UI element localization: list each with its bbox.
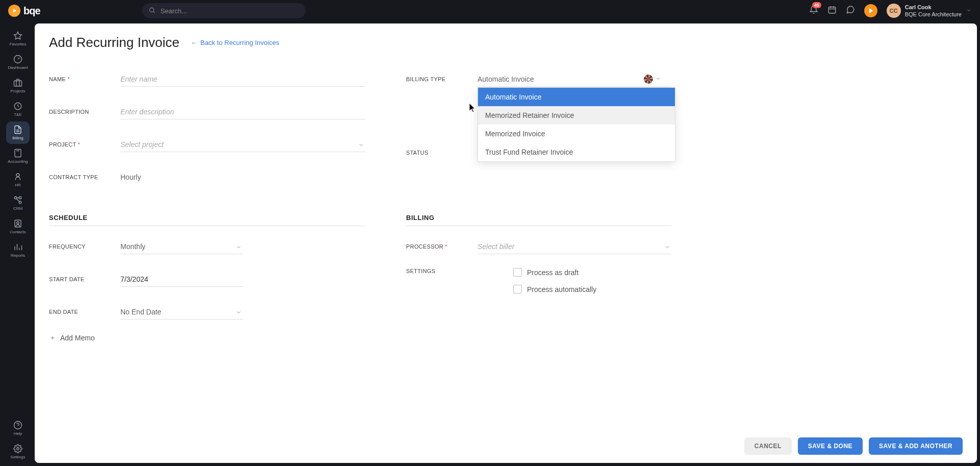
- save-add-another-button[interactable]: SAVE & ADD ANOTHER: [869, 437, 963, 455]
- network-icon: [13, 195, 22, 205]
- logo[interactable]: bqe: [8, 5, 40, 17]
- name-input[interactable]: [120, 72, 365, 87]
- search-wrap: [142, 3, 306, 18]
- start-date-input[interactable]: [120, 272, 243, 287]
- process-auto-label: Process automatically: [527, 285, 596, 293]
- clock-dollar-icon: [13, 102, 22, 111]
- main-panel: Add Recurring Invoice ← Back to Recurrin…: [35, 23, 977, 463]
- status-label: STATUS: [406, 150, 478, 156]
- billing-type-option-memorized-retainer[interactable]: Memorized Retainer Invoice: [478, 106, 675, 125]
- process-draft-checkbox[interactable]: [513, 268, 522, 277]
- gauge-icon: [13, 55, 22, 64]
- search-icon: [148, 7, 156, 16]
- sidebar-item-accounting[interactable]: Accounting: [6, 145, 30, 167]
- svg-line-19: [16, 199, 19, 202]
- avatar: CC: [887, 4, 901, 18]
- frequency-dropdown[interactable]: Monthly: [120, 239, 243, 254]
- chevron-down-icon: [236, 309, 242, 317]
- briefcase-icon: [13, 78, 22, 87]
- notification-badge: 45: [812, 2, 821, 8]
- play-button[interactable]: [864, 4, 877, 17]
- sidebar-item-projects[interactable]: Projects: [6, 75, 30, 97]
- billing-type-menu: Automatic Invoice Memorized Retainer Inv…: [478, 87, 675, 162]
- save-done-button[interactable]: SAVE & DONE: [798, 437, 863, 455]
- sidebar-item-te[interactable]: T&E: [6, 98, 30, 120]
- svg-point-18: [19, 197, 21, 199]
- calculator-icon: [13, 149, 22, 158]
- gear-icon: [13, 444, 22, 453]
- sidebar-item-crm[interactable]: CRM: [6, 192, 30, 214]
- billing-type-option-automatic[interactable]: Automatic Invoice: [478, 88, 675, 106]
- sidebar-item-reports[interactable]: Reports: [6, 239, 30, 261]
- chat-button[interactable]: [846, 5, 855, 16]
- back-link[interactable]: ← Back to Recurring Invoices: [191, 39, 280, 46]
- schedule-heading: SCHEDULE: [49, 214, 365, 226]
- chevron-down-icon: [966, 6, 972, 15]
- name-label: NAME: [49, 76, 120, 82]
- svg-rect-11: [15, 150, 21, 157]
- search-input[interactable]: [142, 3, 306, 18]
- address-book-icon: [13, 219, 22, 228]
- project-label: PROJECT: [49, 141, 120, 148]
- description-input[interactable]: [120, 105, 365, 119]
- billing-type-option-trust-fund[interactable]: Trust Fund Retainer Invoice: [478, 143, 675, 161]
- chevron-down-icon: [655, 75, 661, 83]
- user-org: BQE Core Architecture: [905, 11, 962, 18]
- chart-icon: [13, 242, 22, 252]
- sidebar-item-settings[interactable]: Settings: [6, 440, 30, 463]
- billing-type-option-memorized[interactable]: Memorized Invoice: [478, 125, 675, 143]
- invoice-icon: [13, 125, 22, 134]
- billing-heading: BILLING: [406, 214, 671, 226]
- chevron-down-icon: [236, 243, 242, 252]
- topbar: bqe 45 CC Carl Cook BQ: [0, 0, 980, 21]
- svg-rect-7: [14, 81, 22, 86]
- notifications-button[interactable]: 45: [809, 5, 818, 16]
- page-title: Add Recurring Invoice: [49, 35, 180, 51]
- end-date-label: END DATE: [49, 309, 120, 315]
- cancel-button[interactable]: CANCEL: [744, 437, 792, 455]
- project-dropdown[interactable]: Select project: [120, 137, 365, 152]
- contract-type-label: CONTRACT TYPE: [49, 174, 120, 180]
- billing-type-icon: [644, 75, 653, 84]
- processor-label: PROCESSOR: [406, 243, 478, 250]
- logo-icon: [8, 5, 20, 17]
- sidebar-item-billing[interactable]: Billing: [6, 121, 30, 144]
- description-label: DESCRIPTION: [49, 109, 120, 115]
- svg-rect-2: [828, 7, 836, 13]
- process-draft-label: Process as draft: [527, 268, 579, 277]
- svg-point-22: [17, 222, 19, 224]
- calendar-button[interactable]: [827, 5, 837, 16]
- sidebar-item-contacts[interactable]: Contacts: [6, 215, 30, 238]
- svg-marker-6: [14, 32, 22, 39]
- add-memo-button[interactable]: ＋ Add Memo: [49, 333, 365, 342]
- svg-point-15: [16, 174, 19, 177]
- svg-line-1: [153, 12, 155, 13]
- settings-label: SETTINGS: [406, 268, 478, 274]
- contract-type-value: Hourly: [120, 170, 365, 184]
- footer: CANCEL SAVE & DONE SAVE & ADD ANOTHER: [35, 429, 977, 463]
- frequency-label: FREQUENCY: [49, 243, 120, 250]
- plus-icon: ＋: [49, 333, 56, 342]
- billing-type-dropdown[interactable]: Automatic Invoice: [478, 71, 671, 87]
- start-date-label: START DATE: [49, 276, 120, 282]
- chevron-down-icon: [358, 141, 364, 150]
- sidebar-item-favorites[interactable]: Favorites: [6, 28, 30, 50]
- sidebar-item-dashboard[interactable]: Dashboard: [6, 51, 30, 73]
- processor-dropdown[interactable]: Select biller: [478, 239, 671, 254]
- billing-type-label: BILLING TYPE: [406, 76, 478, 82]
- person-icon: [13, 172, 22, 181]
- end-date-dropdown[interactable]: No End Date: [120, 305, 243, 320]
- svg-point-0: [149, 8, 154, 12]
- arrow-left-icon: ←: [191, 39, 197, 46]
- logo-text: bqe: [23, 5, 40, 17]
- svg-point-27: [14, 422, 22, 429]
- star-icon: [13, 31, 22, 40]
- chevron-down-icon: [664, 243, 670, 252]
- process-auto-checkbox[interactable]: [513, 285, 522, 293]
- sidebar-item-hr[interactable]: HR: [6, 168, 30, 191]
- user-name: Carl Cook: [905, 4, 962, 11]
- sidebar-item-help[interactable]: Help: [6, 417, 30, 439]
- svg-point-29: [17, 448, 19, 450]
- help-icon: [13, 421, 22, 430]
- user-menu[interactable]: CC Carl Cook BQE Core Architecture: [887, 4, 972, 18]
